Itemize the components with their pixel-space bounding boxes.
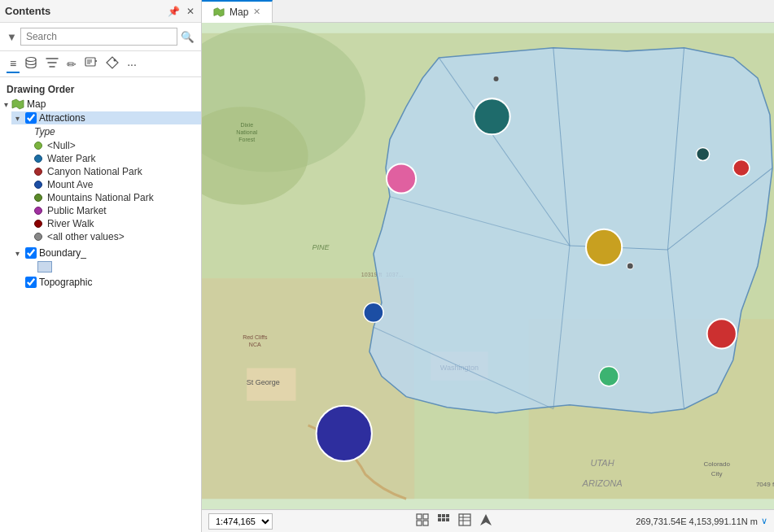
map-tree-item[interactable]: ▾ Map <box>0 97 201 111</box>
filter-layers-icon <box>46 56 59 69</box>
attractions-checkbox[interactable] <box>25 112 37 124</box>
search-input[interactable] <box>20 28 177 46</box>
map-viewport[interactable]: St George Washington UTAH ARIZONA Colora… <box>202 23 774 509</box>
arrow-tool-button[interactable] <box>477 513 495 529</box>
coordinates-section: 269,731.54E 4,153,991.11N m ∨ <box>636 516 767 526</box>
panel-title: Contents <box>5 5 50 17</box>
search-button[interactable]: 🔍 <box>181 31 195 43</box>
svg-point-46 <box>586 229 622 265</box>
null-dot <box>34 142 42 150</box>
others-label: <all other values> <box>47 231 125 242</box>
boundary-checkbox[interactable] <box>25 247 37 259</box>
canyon-dot <box>34 168 42 176</box>
svg-point-7 <box>114 59 116 62</box>
map-status-bar: 1:474,165 <box>202 509 774 532</box>
svg-text:St George: St George <box>247 378 280 386</box>
search-bar: ▼ 🔍 <box>0 23 201 51</box>
svg-point-52 <box>627 263 633 269</box>
legend-item-mountains[interactable]: Mountains National Park <box>28 191 201 204</box>
svg-point-47 <box>697 147 710 160</box>
topographic-tree-item[interactable]: Topographic <box>11 276 201 289</box>
attractions-label: Attractions <box>39 112 85 124</box>
boundary-label: Boundary_ <box>39 247 86 259</box>
attractions-tree-item[interactable]: ▾ Attractions <box>11 111 201 124</box>
more-button[interactable]: ··· <box>124 56 140 72</box>
filter-layers-button[interactable] <box>42 55 62 73</box>
filter-icon: ▼ <box>7 31 17 43</box>
market-dot <box>34 207 42 215</box>
table-tool-button[interactable] <box>456 513 474 529</box>
svg-rect-60 <box>442 514 445 517</box>
list-view-button[interactable]: ≡ <box>7 55 20 73</box>
boundary-toggle[interactable]: ▾ <box>11 249 23 258</box>
riverwalk-label: River Walk <box>47 218 94 229</box>
legend-item-others[interactable]: <all other values> <box>28 230 201 243</box>
contents-tree: Drawing Order ▾ Map ▾ Attractions Type <box>0 77 201 532</box>
svg-text:National: National <box>236 129 257 135</box>
svg-rect-58 <box>423 521 428 525</box>
map-label: Map <box>27 98 46 110</box>
svg-text:PINE: PINE <box>313 243 330 251</box>
svg-rect-65 <box>459 514 470 525</box>
topographic-label: Topographic <box>39 277 92 288</box>
svg-text:UTAH: UTAH <box>590 458 614 468</box>
boundary-tree-item[interactable]: ▾ Boundary_ <box>11 246 201 259</box>
svg-text:Forest: Forest <box>238 137 255 142</box>
legend-item-waterpark[interactable]: Water Park <box>28 152 201 165</box>
svg-point-44 <box>474 98 509 134</box>
map-toggle[interactable]: ▾ <box>0 100 11 109</box>
mountains-dot <box>34 194 42 202</box>
sync-icon <box>437 513 450 526</box>
dots-tool-button[interactable] <box>435 513 453 529</box>
svg-point-45 <box>387 164 416 193</box>
svg-rect-56 <box>423 514 428 519</box>
edit-button[interactable]: ✏ <box>63 56 80 72</box>
grid-tool-button[interactable] <box>413 513 431 529</box>
svg-rect-55 <box>417 514 422 519</box>
attractions-legend: Type <Null> Water Park Canyon National P… <box>11 124 201 243</box>
market-label: Public Market <box>47 205 107 216</box>
coordinates-dropdown[interactable]: ∨ <box>761 516 767 526</box>
svg-point-51 <box>317 406 372 461</box>
svg-rect-64 <box>446 518 449 521</box>
svg-text:City: City <box>711 470 723 477</box>
attractions-toggle[interactable]: ▾ <box>11 114 23 123</box>
scale-select[interactable]: 1:474,165 <box>208 513 273 530</box>
database-icon <box>24 56 37 69</box>
svg-marker-8 <box>12 99 24 109</box>
map-tab-close[interactable]: ✕ <box>253 7 260 17</box>
svg-point-53 <box>733 159 750 176</box>
panel-header: Contents 📌 ✕ <box>0 0 201 23</box>
legend-item-mountave[interactable]: Mount Ave <box>28 178 201 191</box>
database-view-button[interactable] <box>21 55 41 73</box>
mountave-label: Mount Ave <box>47 179 93 190</box>
svg-point-50 <box>599 367 619 386</box>
svg-text:Red Cliffs: Red Cliffs <box>243 334 268 340</box>
layer-toolbar: ≡ ✏ <box>0 51 201 77</box>
svg-text:Dixie: Dixie <box>240 122 253 128</box>
grid-icon <box>416 513 429 526</box>
svg-marker-34 <box>370 48 772 413</box>
contents-panel: Contents 📌 ✕ ▼ 🔍 ≡ <box>0 0 202 532</box>
add-layer-button[interactable] <box>81 55 101 73</box>
topographic-checkbox[interactable] <box>25 277 37 288</box>
svg-marker-69 <box>480 514 492 525</box>
null-label: <Null> <box>47 140 76 151</box>
legend-item-riverwalk[interactable]: River Walk <box>28 217 201 230</box>
svg-point-0 <box>26 58 36 62</box>
svg-marker-9 <box>214 7 224 16</box>
waterpark-label: Water Park <box>47 153 96 164</box>
scale-selector: 1:474,165 <box>208 513 273 530</box>
svg-rect-62 <box>438 518 441 521</box>
label-button[interactable] <box>103 55 122 73</box>
add-layer-icon <box>85 56 98 69</box>
pin-button[interactable]: 📌 <box>166 6 181 17</box>
legend-item-canyon[interactable]: Canyon National Park <box>28 165 201 178</box>
map-svg: St George Washington UTAH ARIZONA Colora… <box>202 23 774 509</box>
map-tab[interactable]: Map ✕ <box>202 0 273 23</box>
svg-point-48 <box>707 319 737 348</box>
legend-item-null[interactable]: <Null> <box>28 139 201 152</box>
legend-item-market[interactable]: Public Market <box>28 204 201 217</box>
mountains-label: Mountains National Park <box>47 192 154 203</box>
close-panel-button[interactable]: ✕ <box>185 6 196 17</box>
